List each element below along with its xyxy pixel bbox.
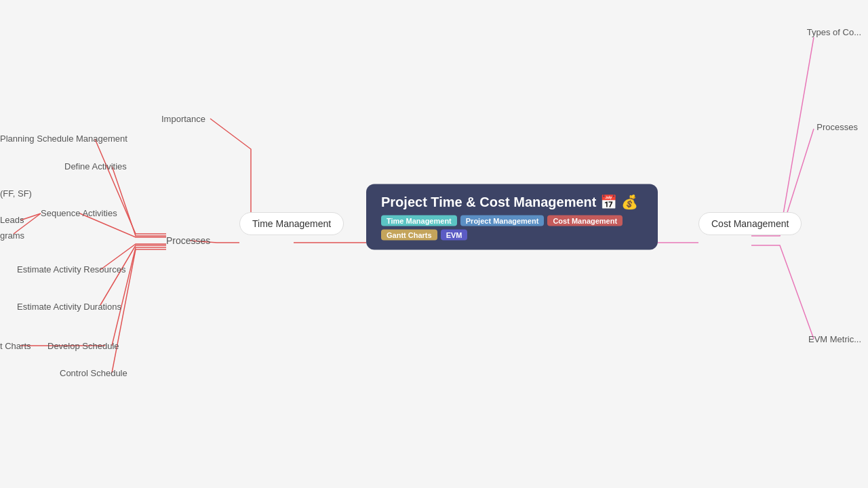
- sequence-activities-node: Sequence Activities: [41, 208, 117, 218]
- evm-metrics-label: EVM Metric...: [808, 334, 861, 344]
- evm-metrics-node: EVM Metric...: [808, 334, 861, 344]
- tag-evm[interactable]: EVM: [441, 230, 468, 241]
- time-management-label: Time Management: [252, 218, 331, 229]
- types-of-cost-node: Types of Co...: [807, 27, 861, 37]
- sequence-activities-label: Sequence Activities: [41, 208, 117, 218]
- leads-node: Leads: [0, 215, 24, 225]
- leads-label: Leads: [0, 215, 24, 225]
- processes-right-node: Processes: [816, 122, 858, 132]
- control-schedule-label: Control Schedule: [60, 368, 127, 378]
- tag-project-management[interactable]: Project Management: [460, 216, 545, 226]
- develop-schedule-label: Develop Schedule: [47, 341, 119, 351]
- processes-right-label: Processes: [816, 122, 858, 132]
- central-title: Project Time & Cost Management 📅 💰: [381, 194, 643, 210]
- grams-node: grams: [0, 230, 24, 241]
- processes-left-node: Processes: [166, 235, 210, 246]
- cost-management-label: Cost Management: [711, 218, 789, 229]
- types-of-cost-label: Types of Co...: [807, 27, 861, 37]
- tag-cost-management[interactable]: Cost Management: [547, 216, 623, 226]
- estimate-resources-node: Estimate Activity Resources: [17, 264, 125, 274]
- develop-schedule-node: Develop Schedule: [47, 341, 119, 351]
- tag-gantt-charts[interactable]: Gantt Charts: [381, 230, 437, 241]
- t-charts-label: t Charts: [0, 341, 31, 351]
- planning-schedule-label: Planning Schedule Management: [0, 134, 127, 144]
- define-activities-node: Define Activities: [64, 161, 127, 171]
- central-node: Project Time & Cost Management 📅 💰 Time …: [366, 184, 658, 250]
- cost-management-node[interactable]: Cost Management: [698, 212, 802, 235]
- ff-sf-node: (FF, SF): [0, 188, 32, 199]
- estimate-durations-node: Estimate Activity Durations: [17, 302, 121, 312]
- importance-node: Importance: [161, 114, 205, 124]
- importance-label: Importance: [161, 114, 205, 124]
- tag-time-management[interactable]: Time Management: [381, 216, 457, 226]
- planning-schedule-node: Planning Schedule Management: [0, 134, 127, 144]
- time-management-node[interactable]: Time Management: [239, 212, 344, 235]
- control-schedule-node: Control Schedule: [60, 368, 127, 378]
- t-charts-node: t Charts: [0, 341, 31, 351]
- estimate-resources-label: Estimate Activity Resources: [17, 264, 125, 274]
- ff-sf-label: (FF, SF): [0, 188, 32, 199]
- central-tags: Time Management Project Management Cost …: [381, 216, 643, 241]
- define-activities-label: Define Activities: [64, 161, 127, 171]
- processes-left-label: Processes: [166, 235, 210, 246]
- estimate-durations-label: Estimate Activity Durations: [17, 302, 121, 312]
- grams-label: grams: [0, 230, 24, 241]
